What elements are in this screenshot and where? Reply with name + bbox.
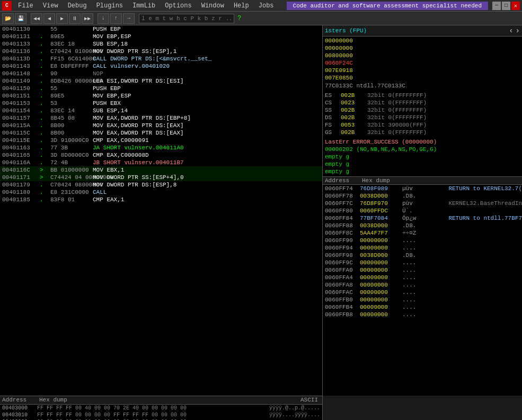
toolbar-prev[interactable]: ◀ (43, 13, 55, 24)
hex-row[interactable]: 00403010 FF FF FF FF 00 00 00 00 FF FF F… (0, 412, 322, 418)
disasm-row[interactable]: 00401150 . 55 PUSH EBP (0, 85, 322, 92)
disasm-row[interactable]: 00401180 . E8 231C0000 CALL (0, 189, 322, 196)
disasm-addr: 00401163 (0, 145, 40, 151)
toolbar-fwd[interactable]: ▶▶ (82, 13, 93, 24)
stack-row[interactable]: 0060FFB0 00000000 .... (323, 296, 522, 303)
stack-val: 00000000 (360, 237, 402, 244)
toolbar-pause[interactable]: ⏸ (69, 13, 81, 24)
hex-row[interactable]: 00403000 FF FF FF FF 00 40 00 00 70 2E 4… (0, 405, 322, 412)
disasm-row[interactable]: 0040113D . FF15 6C614000 CALL DWORD PTR … (0, 55, 322, 62)
hex-header: Address Hex dump ASCII (0, 396, 322, 405)
disasm-instr: MOV DWORD PTR SS:[ESP],1 (93, 48, 322, 55)
regs-nav-right[interactable]: › (516, 26, 520, 35)
toolbar-stepinto[interactable]: ↓ (98, 13, 109, 24)
stack-row[interactable]: 0060FFA0 00000000 .... (323, 266, 522, 274)
maximize-button[interactable]: □ (502, 2, 510, 10)
stack-row[interactable]: 0060FF94 00000000 .... (323, 244, 522, 252)
disasm-instr: MOV DWORD PTR DS:[ESP],8 (93, 182, 322, 188)
toolbar-run[interactable]: ▶ (56, 13, 68, 24)
stack-row[interactable]: 0060FF8C 5AA4F7F7 ÷÷¤Z (323, 229, 522, 237)
stack-row[interactable]: 0060FF90 00000000 .... (323, 237, 522, 244)
fpu-value-row: 00000000 (325, 45, 520, 52)
menu-jobs[interactable]: Jobs (254, 1, 278, 11)
stack-desc2: .D8. (402, 252, 462, 258)
disasm-hex: 83EC 18 (50, 41, 93, 47)
toolbar-open[interactable]: 📂 (2, 13, 14, 24)
disasm-row[interactable]: 00401130 55 PUSH EBP (0, 25, 322, 33)
disasm-row[interactable]: 00401165 . 3D 8D0000C0 CMP EAX,C000008D (0, 151, 322, 159)
toolbar-save[interactable]: 💾 (15, 13, 26, 24)
stack-row[interactable]: 0060FF74 76D8F989 µüv RETURN to KERNEL32… (323, 185, 522, 192)
disasm-row[interactable]: 00401153 . 53 PUSH EBX (0, 100, 322, 107)
menu-debug[interactable]: Debug (64, 1, 91, 11)
disasm-row[interactable]: 0040115C . 8B00 MOV EAX,DWORD PTR DS:[EA… (0, 129, 322, 137)
stack-row[interactable]: 0060FF88 0038D000 .D8. (323, 222, 522, 229)
disasm-row[interactable]: 00401179 . C70424 08000000 MOV DWORD PTR… (0, 181, 322, 189)
stack-desc2: .... (402, 260, 462, 266)
stack-row[interactable]: 0060FF78 0038D000 .D8. (323, 192, 522, 200)
disasm-row[interactable]: 00401171 > C74424 04 00000000 MOV DWORD … (0, 174, 322, 181)
disasm-row[interactable]: 0040116A . 72 4B JB SHORT vulnserv.00401… (0, 159, 322, 166)
toolbar: 📂 💾 ◀◀ ◀ ▶ ⏸ ▶▶ ↓ ↑ → ? (0, 12, 522, 25)
menu-options[interactable]: Options (161, 1, 196, 11)
stack-row[interactable]: 0060FF84 77BF7084 Öp¿w RETURN to ntdll.7… (323, 215, 522, 222)
stack-row[interactable]: 0060FFAC 00000000 .... (323, 289, 522, 296)
disasm-addr: 00401136 (0, 48, 40, 55)
disasm-row[interactable]: 00401133 . 83EC 18 SUB ESP,18 (0, 40, 322, 48)
regs-nav-left[interactable]: ‹ (509, 26, 513, 35)
stack-header: Address Hex dump (323, 177, 522, 185)
menu-view[interactable]: View (39, 1, 63, 11)
toolbar-rewind[interactable]: ◀◀ (31, 13, 42, 24)
disasm-row[interactable]: 0040115E . 3D 910000C0 CMP EAX,C0000091 (0, 137, 322, 144)
disasm-hex: C74424 04 00000000 (50, 174, 93, 181)
disasm-row[interactable]: 00401151 . 89E5 MOV EBP,ESP (0, 92, 322, 100)
menu-immlib[interactable]: ImmLib (128, 1, 160, 11)
stack-addr: 0060FF98 (323, 252, 360, 258)
seg-desc: 32bit 0(FFFFFFFF) (367, 92, 427, 99)
disasm-row[interactable]: 0040115A . 8B00 MOV EAX,DWORD PTR DS:[EA… (0, 122, 322, 129)
menu-plugins[interactable]: Plugins (92, 1, 127, 11)
stack-row[interactable]: 0060FFA4 00000000 .... (323, 274, 522, 281)
disasm-row[interactable]: 00401136 . C70424 01000000 MOV DWORD PTR… (0, 48, 322, 55)
fpu-value-row: 007E0850 (325, 75, 520, 82)
stack-desc2: Ü`. (402, 208, 462, 214)
toolbar-stepover[interactable]: ↑ (110, 13, 122, 24)
fpu-value: 007E0850 (325, 75, 353, 81)
toolbar-search-input[interactable] (139, 14, 234, 23)
disasm-hex: 89E5 (50, 93, 93, 99)
stack-row[interactable]: 0060FF98 0038D000 .D8. (323, 252, 522, 259)
minimize-button[interactable]: ─ (492, 2, 501, 10)
stack-row[interactable]: 0060FF9C 00000000 .... (323, 259, 522, 266)
segment-register-row: SS 002B 32bit 0(FFFFFFFF) (325, 106, 520, 114)
stack-row[interactable]: 0060FF80 0060FFDC Ü`. (323, 207, 522, 215)
disasm-panel[interactable]: 00401130 55 PUSH EBP 00401131 . 89E5 MOV… (0, 25, 323, 396)
stack-panel[interactable]: Address Hex dump 0060FF74 76D8F989 µüv R… (323, 176, 522, 396)
disasm-row[interactable]: 00401185 . 83F8 01 CMP EAX,1 (0, 196, 322, 203)
menu-file[interactable]: File (14, 1, 38, 11)
disasm-row[interactable]: 00401148 . 90 NOP (0, 70, 322, 77)
hex-panel[interactable]: Address Hex dump ASCII 00403000 FF FF FF… (0, 396, 323, 420)
toolbar-trace[interactable]: → (123, 13, 135, 24)
stack-addr: 0060FF9C (323, 260, 360, 266)
disasm-row[interactable]: 0040116C > BB 01000000 MOV EBX,1 (0, 166, 322, 174)
menu-help[interactable]: Help (229, 1, 253, 11)
registers-content: 0000000000000000008000000060F24C007E0918… (323, 37, 522, 176)
disasm-row[interactable]: 00401131 . 89E5 MOV EBP,ESP (0, 33, 322, 40)
disasm-instr: CMP EAX,C000008D (93, 152, 322, 158)
menu-window[interactable]: Window (197, 1, 228, 11)
disasm-row[interactable]: 00401163 . 77 3B JA SHORT vulnserv.00401… (0, 144, 322, 151)
stack-row[interactable]: 0060FFB4 00000000 .... (323, 303, 522, 311)
disasm-addr: 00401131 (0, 33, 40, 40)
close-button[interactable]: ✕ (511, 2, 520, 10)
stack-row[interactable]: 0060FF7C 76D8F970 pùv KERNEL32.BaseThrea… (323, 200, 522, 207)
disasm-row[interactable]: 00401149 . 8DB426 00000000 LEA ESI,DWORD… (0, 77, 322, 85)
stack-row[interactable]: 0060FFB8 00000000 .... (323, 311, 522, 318)
stack-row[interactable]: 0060FFA8 00000000 .... (323, 281, 522, 289)
disasm-row[interactable]: 00401154 . 83EC 14 SUB ESP,14 (0, 107, 322, 114)
disasm-addr: 00401154 (0, 108, 40, 114)
disasm-mark: . (40, 159, 50, 166)
disasm-mark: . (40, 152, 50, 158)
disasm-mark: . (40, 48, 50, 55)
disasm-row[interactable]: 00401157 . 8B45 08 MOV EAX,DWORD PTR DS:… (0, 114, 322, 122)
disasm-row[interactable]: 00401143 . E8 D8FEFFFF CALL vulnserv.004… (0, 62, 322, 70)
